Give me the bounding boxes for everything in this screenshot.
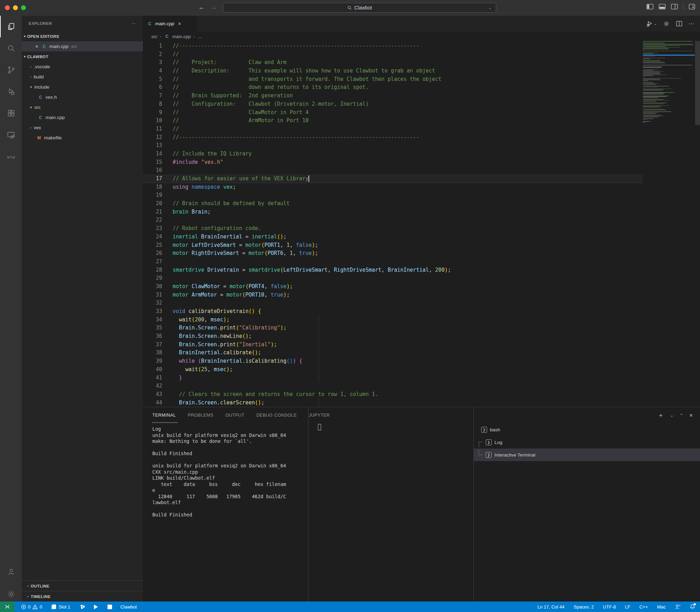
- activity-bar-item-vex[interactable]: v≡x: [0, 146, 22, 168]
- tree-item-vex[interactable]: ›vex: [22, 123, 143, 133]
- zoom-window-button[interactable]: [21, 5, 26, 10]
- toggle-panel-icon[interactable]: [659, 4, 666, 9]
- code-line-19[interactable]: 19: [143, 191, 700, 200]
- status-item-lf[interactable]: LF: [625, 604, 630, 610]
- code-line-30[interactable]: 30motor ClawMotor = motor(PORT4, false);: [143, 283, 700, 291]
- customize-layout-icon[interactable]: [689, 4, 695, 9]
- maximize-panel-icon[interactable]: ⌃: [680, 413, 683, 418]
- code-line-31[interactable]: 31motor ArmMotor = motor(PORT10, true);: [143, 291, 700, 299]
- activity-bar-item-explorer[interactable]: [0, 16, 22, 37]
- close-panel-icon[interactable]: ✕: [689, 413, 693, 418]
- chevron-down-icon[interactable]: ⌄: [670, 413, 673, 418]
- terminal-list-item-interactive-terminal[interactable]: ❯Interactive Terminal: [474, 448, 700, 461]
- minimap[interactable]: [643, 41, 695, 125]
- code-line-35[interactable]: 35 Brain.Screen.print("Calibrating");: [143, 324, 700, 332]
- code-line-33[interactable]: 33void calibrateDrivetrain() {: [143, 307, 700, 316]
- code-line-37[interactable]: 37 Brain.Screen.print("Inertial");: [143, 341, 700, 349]
- panel-tab-output[interactable]: OUTPUT: [226, 413, 244, 418]
- code-line-20[interactable]: 20// Brain should be defined by default: [143, 200, 700, 208]
- terminal-list-item-log[interactable]: ❯Log: [474, 436, 700, 448]
- code-line-32[interactable]: 32: [143, 299, 700, 307]
- panel-tab-debug-console[interactable]: DEBUG CONSOLE: [256, 413, 297, 418]
- split-editor-icon[interactable]: [676, 20, 682, 27]
- code-line-8[interactable]: 8// Configuration: Clawbot (Drivetrain 2…: [143, 100, 700, 109]
- code-line-44[interactable]: 44 Brain.Screen.clearScreen();: [143, 399, 700, 407]
- more-actions-icon[interactable]: ⋯: [688, 20, 694, 27]
- code-line-2[interactable]: 2//: [143, 50, 700, 59]
- more-actions-icon[interactable]: ⋯: [132, 21, 136, 26]
- project-root-header[interactable]: ▾ CLAWBOT: [22, 51, 143, 62]
- open-editor-item-main-cpp[interactable]: ✕ C main.cpp src: [22, 41, 143, 51]
- code-line-16[interactable]: 16: [143, 166, 700, 175]
- run-or-debug-icon[interactable]: ⌄: [646, 20, 657, 28]
- close-icon[interactable]: ✕: [34, 44, 39, 49]
- pane-divider[interactable]: [308, 407, 309, 602]
- breadcrumb-symbol[interactable]: …: [197, 34, 202, 39]
- open-editors-header[interactable]: ▾ OPEN EDITORS: [22, 31, 143, 41]
- status-item-ln-17-col-44[interactable]: Ln 17, Col 44: [538, 604, 564, 610]
- tree-item-build[interactable]: ›build: [22, 72, 143, 82]
- code-line-5[interactable]: 5// and transports it forward. The Clawb…: [143, 75, 700, 84]
- code-line-27[interactable]: 27: [143, 258, 700, 266]
- notifications-bell-icon[interactable]: [690, 604, 695, 610]
- remote-indicator[interactable]: [0, 601, 15, 612]
- code-line-9[interactable]: 9// ClawMotor in Port 4: [143, 109, 700, 117]
- code-line-10[interactable]: 10// ArmMotor in Port 10: [143, 117, 700, 125]
- activity-bar-item-remote-explorer[interactable]: [0, 124, 22, 146]
- tree-item--vscode[interactable]: ›.vscode: [22, 62, 143, 72]
- code-line-14[interactable]: 14// Include the IQ Library: [143, 150, 700, 158]
- new-terminal-icon[interactable]: ＋: [658, 411, 664, 419]
- code-line-43[interactable]: 43 // Clears the screen and returns the …: [143, 390, 700, 399]
- breadcrumb-main-cpp[interactable]: main.cpp: [172, 34, 191, 39]
- toggle-primary-sidebar-icon[interactable]: [646, 4, 653, 9]
- status-item-mac[interactable]: Mac: [657, 604, 666, 610]
- slot-selector[interactable]: Slot 1: [51, 604, 70, 610]
- status-item-spaces-2[interactable]: Spaces: 2: [574, 604, 594, 610]
- code-line-18[interactable]: 18using namespace vex;: [143, 183, 700, 192]
- breadcrumb[interactable]: src › C main.cpp › …: [143, 32, 700, 41]
- gear-icon[interactable]: [663, 20, 670, 27]
- timeline-section-header[interactable]: › TIMELINE: [22, 591, 143, 601]
- code-line-12[interactable]: 12//------------------------------------…: [143, 133, 700, 142]
- code-line-7[interactable]: 7// Brain Supported: 2nd generation: [143, 92, 700, 100]
- code-line-22[interactable]: 22: [143, 216, 700, 224]
- tree-item-makefile[interactable]: Mmakefile: [22, 133, 143, 143]
- code-line-17[interactable]: 17// Allows for easier use of the VEX Li…: [143, 175, 643, 183]
- code-line-29[interactable]: 29: [143, 274, 700, 283]
- code-line-25[interactable]: 25motor LeftDriveSmart = motor(PORT1, 1,…: [143, 241, 700, 250]
- tree-item-vex-h[interactable]: Cvex.h: [22, 92, 143, 102]
- code-line-42[interactable]: 42: [143, 382, 700, 390]
- close-window-button[interactable]: [5, 5, 10, 10]
- tree-item-include[interactable]: ▾include: [22, 82, 143, 92]
- code-line-24[interactable]: 24inertial BrainInertial = inertial();: [143, 233, 700, 241]
- tree-item-src[interactable]: ▾src: [22, 102, 143, 112]
- code-line-26[interactable]: 26motor RightDriveSmart = motor(PORT6, 1…: [143, 249, 700, 258]
- code-editor[interactable]: 1//-------------------------------------…: [143, 41, 700, 407]
- activity-bar-item-run-debug[interactable]: [0, 81, 22, 103]
- code-line-28[interactable]: 28smartdrive Drivetrain = smartdrive(Lef…: [143, 266, 700, 274]
- back-arrow-icon[interactable]: ←: [198, 4, 205, 11]
- command-center-search[interactable]: Clawbot ⌄: [223, 3, 496, 13]
- activity-bar-item-search[interactable]: [0, 37, 22, 59]
- code-line-41[interactable]: 41 }: [143, 374, 700, 382]
- toggle-secondary-sidebar-icon[interactable]: [671, 4, 678, 9]
- outline-section-header[interactable]: › OUTLINE: [22, 580, 143, 591]
- panel-tab-problems[interactable]: PROBLEMS: [188, 413, 213, 418]
- code-line-23[interactable]: 23// Robot configuration code.: [143, 224, 700, 233]
- panel-tab-jupyter[interactable]: JUPYTER: [309, 413, 330, 418]
- code-line-13[interactable]: 13: [143, 141, 700, 150]
- code-line-4[interactable]: 4// Description: This example will show …: [143, 67, 700, 75]
- code-line-3[interactable]: 3// Project: Claw and Arm: [143, 58, 700, 67]
- activity-bar-item-extensions[interactable]: [0, 103, 22, 124]
- code-line-38[interactable]: 38 BrainInertial.calibrate();: [143, 349, 700, 357]
- terminal-output[interactable]: Logunix build for platform vexiq2 on Dar…: [152, 426, 308, 518]
- code-line-39[interactable]: 39 while (BrainInertial.isCalibrating())…: [143, 357, 700, 366]
- tab-main-cpp[interactable]: C main.cpp ✕: [143, 16, 197, 32]
- editor-scrollbar[interactable]: [695, 41, 700, 125]
- tree-item-main-cpp[interactable]: Cmain.cpp: [22, 112, 143, 123]
- code-line-1[interactable]: 1//-------------------------------------…: [143, 42, 700, 50]
- project-name-status[interactable]: Clawbot: [120, 604, 137, 610]
- panel-tab-terminal[interactable]: TERMINAL: [152, 413, 176, 418]
- status-item-utf-8[interactable]: UTF-8: [603, 604, 616, 610]
- code-line-36[interactable]: 36 Brain.Screen.newLine();: [143, 332, 700, 341]
